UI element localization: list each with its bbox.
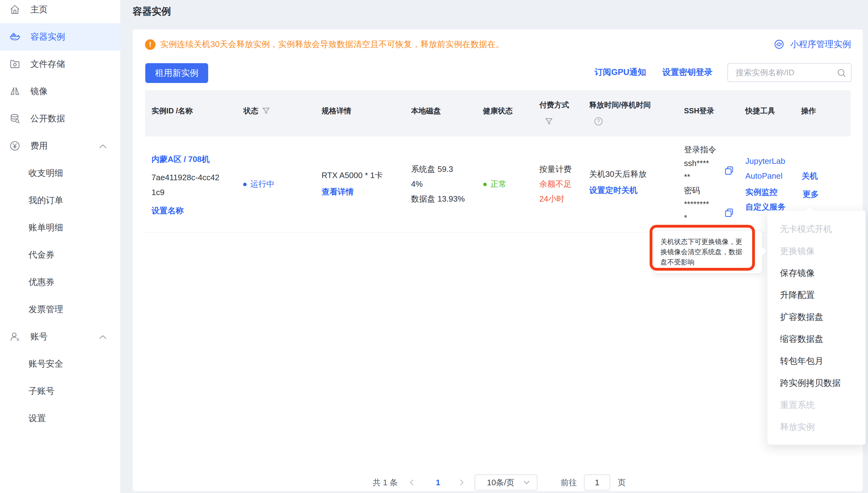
rent-new-instance-button[interactable]: 租用新实例 <box>145 63 208 83</box>
folder-gear-icon <box>9 58 21 70</box>
goto-page-label: 前往 <box>561 474 577 491</box>
page-title: 容器实例 <box>132 5 171 18</box>
menu-item-reset-system[interactable]: 重置系统 <box>767 394 866 416</box>
menu-item-convert-subscription[interactable]: 转包年包月 <box>767 350 866 372</box>
disk-usage: 系统盘 59.3 4% 数据盘 13.93% <box>411 162 465 206</box>
release-time-text: 关机30天后释放 <box>589 167 647 181</box>
sidebar-item-coupons[interactable]: 优惠券 <box>0 269 120 296</box>
col-header-instance-id: 实例ID /名称 <box>151 103 193 118</box>
set-name-link[interactable]: 设置名称 <box>151 203 184 218</box>
shutdown-action-link[interactable]: 关机 <box>802 169 818 183</box>
search-input[interactable] <box>736 64 838 82</box>
copy-ssh-command-icon[interactable] <box>724 166 734 175</box>
sidebar-item-account-security[interactable]: 账号安全 <box>0 350 120 378</box>
copy-ssh-password-icon[interactable] <box>724 208 734 217</box>
sidebar-item-label: 主页 <box>30 4 48 16</box>
chevron-up-icon <box>99 335 107 339</box>
sidebar-item-label: 账号安全 <box>28 358 63 370</box>
billing-type: 按量计费 <box>539 162 572 176</box>
col-header-disk: 本地磁盘 <box>411 103 441 118</box>
sidebar-item-vouchers[interactable]: 代金券 <box>0 241 120 269</box>
next-page-icon[interactable] <box>458 479 465 486</box>
select-chevron-down-icon <box>523 480 530 485</box>
col-header-actions: 操作 <box>801 103 816 118</box>
ssh-password-masked: ******** * <box>684 197 709 224</box>
sidebar-item-my-orders[interactable]: 我的订单 <box>0 187 120 214</box>
sidebar-item-label: 费用 <box>30 140 48 152</box>
menu-item-release-instance[interactable]: 释放实例 <box>767 416 866 438</box>
col-header-tools: 快捷工具 <box>745 103 775 118</box>
sidebar-item-container-instances[interactable]: 容器实例 <box>0 23 120 50</box>
jupyterlab-link[interactable]: JupyterLab <box>745 154 785 169</box>
menu-item-change-config[interactable]: 升降配置 <box>767 284 866 306</box>
sidebar-item-invoices[interactable]: 发票管理 <box>0 296 120 323</box>
instance-id: 7ae411928c-4cc42 1c9 <box>151 170 219 200</box>
menu-item-save-image[interactable]: 保存镜像 <box>767 262 866 284</box>
health-cell: 正常 <box>483 176 507 191</box>
goto-page-value: 1 <box>595 478 599 487</box>
health-text: 正常 <box>490 179 507 189</box>
instance-monitor-link[interactable]: 实例监控 <box>745 185 778 199</box>
spec-detail-link[interactable]: 查看详情 <box>321 184 354 199</box>
database-search-icon <box>9 113 21 125</box>
link-circle-icon <box>775 40 784 49</box>
menu-item-shrink-data-disk[interactable]: 缩容数据盘 <box>767 328 866 350</box>
sidebar-item-images[interactable]: 镜像 <box>0 78 120 105</box>
ssh-password-label: 密码 <box>684 184 700 197</box>
svg-text:?: ? <box>597 119 600 124</box>
warning-icon: ! <box>145 39 155 50</box>
status-cell: 运行中 <box>243 176 274 191</box>
sidebar-menu: 主页 容器实例 文件存储 <box>0 0 120 432</box>
sidebar-item-label: 公开数据 <box>30 113 65 125</box>
release-time-help-icon[interactable]: ? <box>594 117 603 126</box>
goto-page-input[interactable]: 1 <box>584 474 610 491</box>
menu-item-change-image[interactable]: 更换镜像 <box>767 240 866 262</box>
status-filter-icon[interactable] <box>262 107 270 115</box>
spec-text: RTX A5000 * 1卡 <box>321 168 383 183</box>
menu-item-expand-data-disk[interactable]: 扩容数据盘 <box>767 306 866 328</box>
col-header-release-time: 释放时间/停机时间 <box>589 98 651 112</box>
chevron-up-icon <box>99 144 107 148</box>
sidebar-item-settings[interactable]: 设置 <box>0 405 120 432</box>
sidebar-item-home[interactable]: 主页 <box>0 0 120 23</box>
page-size-value: 10条/页 <box>487 474 514 491</box>
ssh-command-masked: ssh**** ** <box>684 156 709 184</box>
sidebar-item-label: 容器实例 <box>30 31 65 43</box>
sidebar-item-bill-details[interactable]: 账单明细 <box>0 214 120 241</box>
sidebar-item-billing-group[interactable]: 费用 <box>0 132 120 159</box>
sidebar-item-public-data[interactable]: 公开数据 <box>0 105 120 132</box>
billing-filter-icon[interactable] <box>545 117 553 125</box>
health-dot-icon <box>483 183 487 186</box>
docker-whale-icon <box>9 31 21 43</box>
sidebar-item-label: 镜像 <box>30 85 48 97</box>
sidebar-item-label: 我的订单 <box>28 194 63 206</box>
more-action-link[interactable]: 更多 <box>803 187 819 201</box>
col-header-health: 健康状态 <box>483 103 513 118</box>
sidebar-item-income-expense[interactable]: 收支明细 <box>0 159 120 187</box>
menu-item-boot-without-gpu[interactable]: 无卡模式开机 <box>767 218 866 240</box>
instance-region-link[interactable]: 内蒙A区 / 708机 <box>151 152 210 167</box>
autopanel-link[interactable]: AutoPanel <box>745 169 783 183</box>
sidebar-item-label: 账单明细 <box>28 222 63 234</box>
set-shutdown-timer-link[interactable]: 设置定时关机 <box>589 183 637 197</box>
menu-item-cross-instance-copy[interactable]: 跨实例拷贝数据 <box>767 372 866 394</box>
col-header-spec: 规格详情 <box>321 103 351 118</box>
pagination-current-page[interactable]: 1 <box>433 474 443 491</box>
page-size-select[interactable]: 10条/页 <box>474 474 537 491</box>
sidebar-item-file-storage[interactable]: 文件存储 <box>0 50 120 78</box>
sidebar-item-account-group[interactable]: 账号 <box>0 323 120 350</box>
search-box <box>727 63 852 82</box>
tooltip-text: 关机状态下可更换镜像，更 换镜像会清空系统盘，数据 盘不受影响 <box>660 238 742 266</box>
set-key-login-link[interactable]: 设置密钥登录 <box>662 67 713 78</box>
more-dropdown-menu: 无卡模式开机 更换镜像 保存镜像 升降配置 扩容数据盘 缩容数据盘 转包年包月 … <box>767 210 866 445</box>
sidebar-item-label: 代金券 <box>28 249 55 261</box>
sidebar-item-label: 优惠券 <box>28 276 55 288</box>
sidebar-item-label: 收支明细 <box>28 167 63 179</box>
prev-page-icon[interactable] <box>408 479 416 486</box>
miniprogram-link[interactable]: 小程序管理实例 <box>775 38 851 50</box>
search-icon[interactable] <box>837 68 847 78</box>
subscribe-gpu-link[interactable]: 订阅GPU通知 <box>594 67 646 78</box>
sidebar: 主页 容器实例 文件存储 <box>0 0 120 493</box>
sidebar-item-sub-accounts[interactable]: 子账号 <box>0 378 120 405</box>
table-header: 实例ID /名称 状态 规格详情 本地磁盘 健康状态 付费方式 释放时间/停机时… <box>145 90 851 136</box>
